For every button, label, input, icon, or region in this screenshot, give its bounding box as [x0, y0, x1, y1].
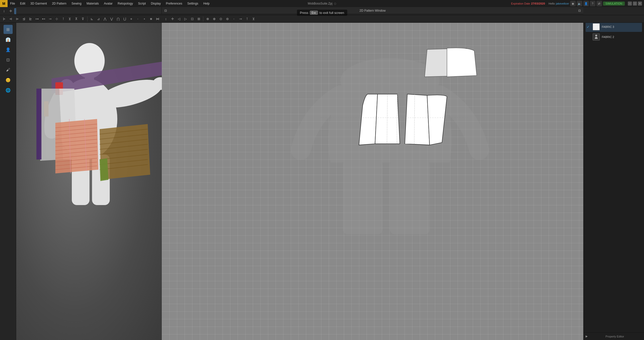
- fabric-item-2[interactable]: ✓ FABRIC 2: [586, 32, 642, 42]
- 2d-tool-10[interactable]: ⊚: [224, 16, 230, 22]
- property-editor-expand[interactable]: ▶: [586, 335, 588, 338]
- menu-3d-garment[interactable]: 3D Garment: [28, 0, 49, 7]
- menu-edit[interactable]: Edit: [17, 0, 28, 7]
- fabric-2-check: ✓: [587, 35, 591, 39]
- icon-btn-user[interactable]: 👤: [583, 1, 589, 6]
- simulation-button[interactable]: SIMULATION: [603, 2, 625, 6]
- hello-label: Hello: [549, 2, 555, 5]
- menu-display[interactable]: Display: [148, 0, 163, 7]
- menu-2d-pattern[interactable]: 2D Pattern: [49, 0, 69, 7]
- 2d-tool-8[interactable]: ⊕: [211, 16, 217, 22]
- menu-file[interactable]: File: [8, 0, 17, 7]
- 2d-tool-6[interactable]: ⊞: [196, 16, 202, 22]
- separator-row2-1: [87, 16, 87, 22]
- viewport-2d-header: ⊡ 2D Pattern Window ⊡: [162, 7, 583, 14]
- right-panel: Object Browser Scene Fabric Button Butto…: [583, 0, 644, 340]
- fabric-3-name: FABRIC 3: [602, 25, 614, 28]
- viewport-2d[interactable]: [162, 23, 583, 340]
- sidebar-garment[interactable]: 👔: [4, 35, 13, 44]
- svg-rect-33: [343, 160, 383, 234]
- 2d-tool-14[interactable]: ⊻: [251, 16, 257, 22]
- tool2-24[interactable]: ⋈: [154, 16, 161, 22]
- 2d-tool-11[interactable]: ⋅: [231, 16, 237, 22]
- fabric-list: ✓ FABRIC 3 ✓ FABRIC 2: [584, 20, 644, 332]
- menu-materials[interactable]: Materials: [84, 0, 101, 7]
- tool-select[interactable]: ↕: [1, 8, 7, 14]
- fabric-3-thumb: [593, 23, 600, 30]
- to-exit-label: to exit full screen: [320, 11, 344, 15]
- pattern-window-icon-right[interactable]: ⊡: [578, 9, 581, 12]
- tool2-16[interactable]: ⋀: [102, 16, 108, 22]
- tool2-12[interactable]: ⊼: [73, 16, 79, 22]
- menu-items: File Edit 3D Garment 2D Pattern Sewing M…: [8, 0, 212, 7]
- icon-btn-speaker[interactable]: 🔈: [577, 1, 582, 6]
- menu-avatar[interactable]: Avatar: [101, 0, 115, 7]
- menu-bar: M File Edit 3D Garment 2D Pattern Sewing…: [0, 0, 644, 7]
- tool-move[interactable]: ✛: [8, 8, 14, 14]
- 2d-tool-7[interactable]: ⊗: [205, 16, 211, 22]
- sidebar-globe[interactable]: 🌐: [4, 86, 13, 95]
- viewport-3d[interactable]: [16, 23, 162, 340]
- 2d-tool-12[interactable]: ⊸: [237, 16, 243, 22]
- 2d-tool-9[interactable]: ⊙: [218, 16, 224, 22]
- tool2-17[interactable]: ⋁: [108, 16, 115, 22]
- tool2-4[interactable]: ⊴: [21, 16, 27, 22]
- tool2-15[interactable]: ⊿: [95, 16, 101, 22]
- svg-point-39: [595, 35, 597, 36]
- svg-rect-34: [390, 160, 430, 234]
- tool2-8[interactable]: ⊸: [47, 16, 53, 22]
- sidebar-pattern[interactable]: ⊡: [4, 55, 13, 64]
- menu-settings[interactable]: Settings: [185, 0, 201, 7]
- maximize-button[interactable]: □: [633, 2, 637, 6]
- sidebar-3d-view[interactable]: ⊞: [4, 25, 13, 34]
- tool2-6[interactable]: ⊶: [34, 16, 40, 22]
- tool2-1[interactable]: ⊱: [1, 16, 7, 22]
- sidebar-paint[interactable]: 🖌: [4, 65, 13, 74]
- 2d-tool-4[interactable]: ▷: [183, 16, 189, 22]
- tool2-19[interactable]: ⋃: [122, 16, 128, 22]
- tool2-2[interactable]: ⊲: [8, 16, 14, 22]
- 2d-sep-1: [203, 16, 203, 22]
- tool2-13[interactable]: ⊽: [80, 16, 86, 22]
- menu-help[interactable]: Help: [201, 0, 212, 7]
- tool2-7[interactable]: ⊷: [40, 16, 47, 22]
- fabric-item-3[interactable]: ✓ FABRIC 3: [586, 22, 642, 32]
- tool2-23[interactable]: ⋇: [148, 16, 154, 22]
- fabric-3-check: ✓: [587, 25, 591, 29]
- tool2-14[interactable]: ⊾: [89, 16, 95, 22]
- 2d-tool-1[interactable]: ↕: [163, 16, 169, 22]
- menu-sewing[interactable]: Sewing: [69, 0, 84, 7]
- sidebar-person[interactable]: 👤: [4, 45, 13, 54]
- 2d-tool-5[interactable]: ⊡: [189, 16, 195, 22]
- pattern-window-maximize[interactable]: ⊡: [164, 9, 167, 12]
- window-controls: ─ □ ✕: [628, 2, 642, 6]
- tool2-9[interactable]: ⊹: [54, 16, 60, 22]
- tool2-20[interactable]: ⋄: [128, 16, 134, 22]
- sidebar-face[interactable]: 😊: [4, 75, 13, 85]
- 2d-tool-13[interactable]: ⊺: [244, 16, 250, 22]
- 2d-tool-2[interactable]: ✛: [169, 16, 175, 22]
- viewport-3d-header: [16, 7, 162, 14]
- tool2-18[interactable]: ⋂: [115, 16, 121, 22]
- tool2-3[interactable]: ⊳: [14, 16, 20, 22]
- minimize-button[interactable]: ─: [628, 2, 632, 6]
- tool2-11[interactable]: ⊻: [67, 16, 73, 22]
- menu-preferences[interactable]: Preferences: [163, 0, 185, 7]
- icon-btn-circle[interactable]: ◉: [570, 1, 576, 6]
- fabric-2-thumb: [593, 33, 600, 41]
- filename-text: MobBossSuite.Zpj: [308, 2, 332, 5]
- 2d-pattern-svg: [162, 23, 583, 340]
- menu-script[interactable]: Script: [136, 0, 148, 7]
- tool2-10[interactable]: ⊺: [60, 16, 66, 22]
- tool2-21[interactable]: ⋅: [135, 16, 141, 22]
- menu-retopology[interactable]: Retopology: [115, 0, 136, 7]
- toolbar-2d-row2: ↕ ✛ ◁ ▷ ⊡ ⊞ ⊗ ⊕ ⊙ ⊚ ⋅ ⊸ ⊺ ⊻: [162, 15, 583, 23]
- icon-btn-arrows[interactable]: ⇄: [596, 1, 602, 6]
- tool2-22[interactable]: ⋆: [141, 16, 147, 22]
- fabric-2-name: FABRIC 2: [602, 35, 614, 38]
- property-editor-header: ▶ Property Editor: [584, 334, 644, 339]
- 2d-tool-3[interactable]: ◁: [176, 16, 182, 22]
- icon-btn-help[interactable]: ?: [590, 1, 595, 6]
- tool2-5[interactable]: ⊵: [27, 16, 33, 22]
- close-button[interactable]: ✕: [638, 2, 642, 6]
